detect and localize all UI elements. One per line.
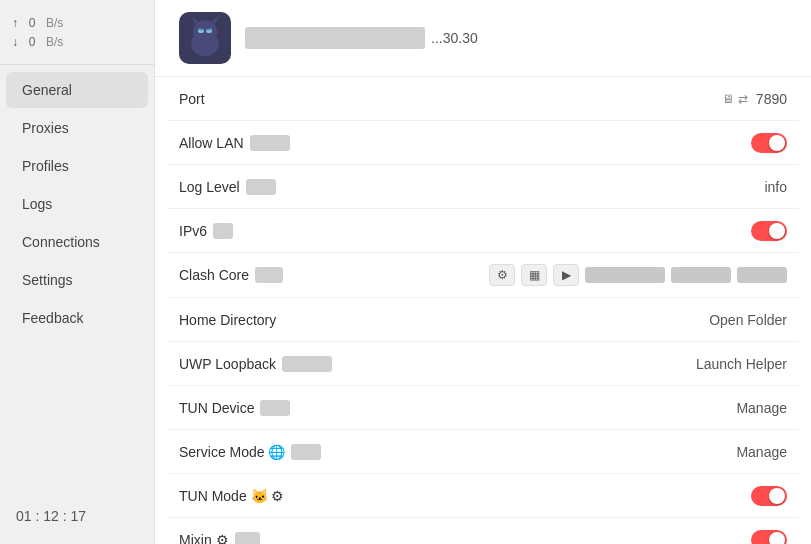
settings-list: Port 🖥 ⇄ 7890 Allow LAN Log Level [155,77,811,544]
setting-clash-core: Clash Core ⚙ ▦ ▶ [167,253,799,298]
port-icons: 🖥 ⇄ [722,92,748,106]
sidebar-item-proxies[interactable]: Proxies [6,110,148,146]
clash-core-btn2[interactable]: ▦ [521,264,547,286]
clash-core-version [585,267,665,283]
ipv6-blurred [213,223,233,239]
sidebar-item-connections[interactable]: Connections [6,224,148,260]
port-label: Port [179,91,205,107]
ipv6-label: IPv6 [179,223,233,239]
tun-device-label: TUN Device [179,400,290,416]
traffic-stats: ↑ 0 B/s ↓ 0 B/s [0,8,154,58]
tun-mode-toggle[interactable] [751,486,787,506]
allow-lan-blurred [250,135,290,151]
sidebar-item-feedback[interactable]: Feedback [6,300,148,336]
ipv6-toggle[interactable] [751,221,787,241]
allow-lan-label: Allow LAN [179,135,290,151]
main-content: ...30.30 Port 🖥 ⇄ 7890 Allow LAN [155,0,811,544]
setting-home-directory: Home Directory Open Folder [167,298,799,342]
setting-allow-lan: Allow LAN [167,121,799,165]
clash-core-controls: ⚙ ▦ ▶ [489,264,787,286]
clash-core-extra [737,267,787,283]
sidebar-item-settings[interactable]: Settings [6,262,148,298]
mixin-toggle[interactable] [751,530,787,545]
log-level-blurred [246,179,276,195]
clash-core-label: Clash Core [179,267,283,283]
setting-tun-mode: TUN Mode 🐱 ⚙ [167,474,799,518]
uwp-blurred [282,356,332,372]
elapsed-time: 01 : 12 : 17 [0,496,154,536]
sidebar-item-general[interactable]: General [6,72,148,108]
clash-core-btn3[interactable]: ▶ [553,264,579,286]
setting-service-mode: Service Mode 🌐 Manage [167,430,799,474]
svg-line-7 [198,29,204,30]
allow-lan-toggle[interactable] [751,133,787,153]
port-icon-2: ⇄ [738,92,748,106]
upload-value: 0 [22,14,42,33]
upload-unit: B/s [46,14,63,33]
home-directory-link[interactable]: Open Folder [709,312,787,328]
log-level-value[interactable]: info [764,179,787,195]
setting-ipv6: IPv6 [167,209,799,253]
setting-mixin: Mixin ⚙ [167,518,799,544]
clash-core-label-blurred [255,267,283,283]
service-mode-blurred [291,444,321,460]
download-value: 0 [22,33,42,52]
port-number[interactable]: 7890 [756,91,787,107]
download-unit: B/s [46,33,63,52]
mixin-label: Mixin ⚙ [179,532,260,545]
clash-core-btn1[interactable]: ⚙ [489,264,515,286]
uwp-loopback-link[interactable]: Launch Helper [696,356,787,372]
setting-port: Port 🖥 ⇄ 7890 [167,77,799,121]
mixin-blurred [235,532,260,545]
svg-point-2 [193,20,217,44]
service-mode-label: Service Mode 🌐 [179,444,321,460]
upload-arrow: ↑ [12,14,18,33]
app-name-area: ...30.30 [245,27,787,49]
service-mode-link[interactable]: Manage [736,444,787,460]
tun-device-blurred [260,400,290,416]
tun-device-link[interactable]: Manage [736,400,787,416]
app-header: ...30.30 [155,0,811,77]
sidebar-item-logs[interactable]: Logs [6,186,148,222]
sidebar: ↑ 0 B/s ↓ 0 B/s General Proxies Profiles… [0,0,155,544]
svg-line-8 [206,29,212,30]
tun-mode-label: TUN Mode 🐱 ⚙ [179,488,284,504]
download-arrow: ↓ [12,33,18,52]
sidebar-item-profiles[interactable]: Profiles [6,148,148,184]
setting-tun-device: TUN Device Manage [167,386,799,430]
setting-log-level: Log Level info [167,165,799,209]
uwp-loopback-label: UWP Loopback [179,356,332,372]
clash-core-build [671,267,731,283]
setting-uwp-loopback: UWP Loopback Launch Helper [167,342,799,386]
home-directory-label: Home Directory [179,312,276,328]
log-level-label: Log Level [179,179,276,195]
port-value: 🖥 ⇄ 7890 [722,91,787,107]
port-icon-1: 🖥 [722,92,734,106]
app-version: ...30.30 [431,30,478,46]
app-logo [179,12,231,64]
app-name-blurred [245,27,425,49]
